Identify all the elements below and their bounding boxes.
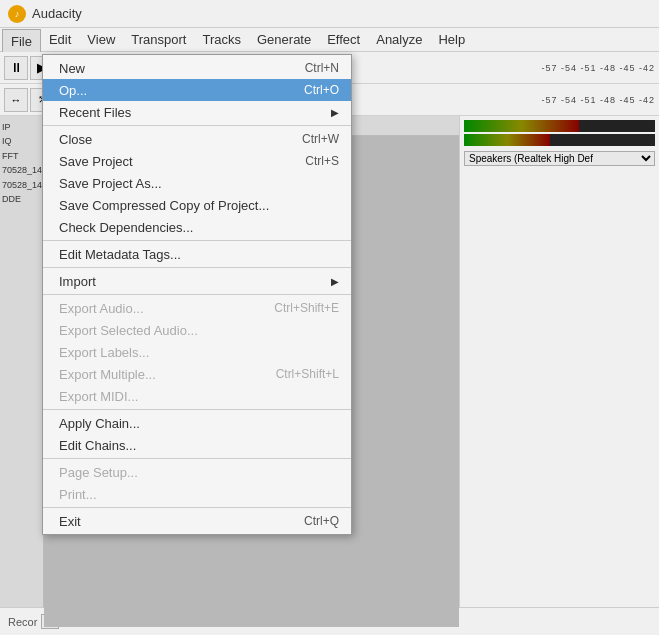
menu-item-close-shortcut: Ctrl+W [302, 132, 339, 146]
vu-meter-bottom [464, 134, 655, 146]
menu-item-open-label: Op... [59, 83, 87, 98]
title-bar: ♪ Audacity [0, 0, 659, 28]
track-label-2: 70528_14... [2, 178, 41, 192]
track-label-fft: FFT [2, 149, 41, 163]
toolbar-select2[interactable]: ↔ [4, 88, 28, 112]
track-label-dde: DDE [2, 192, 41, 206]
menu-item-exit[interactable]: Exit Ctrl+Q [43, 510, 351, 532]
menu-item-import-arrow: ▶ [331, 276, 339, 287]
menu-item-import[interactable]: Import ▶ [43, 270, 351, 292]
separator-6 [43, 458, 351, 459]
menu-item-export-labels: Export Labels... [43, 341, 351, 363]
menu-item-apply-chain-label: Apply Chain... [59, 416, 140, 431]
menu-file[interactable]: File [2, 29, 41, 52]
menu-item-edit-metadata-label: Edit Metadata Tags... [59, 247, 181, 262]
vu-meter-panel: Speakers (Realtek High Def [459, 116, 659, 607]
menu-item-print: Print... [43, 483, 351, 505]
vu-labels-top: -57 -54 -51 -48 -45 -42 [541, 63, 655, 73]
menu-effect[interactable]: Effect [319, 28, 368, 51]
menu-item-export-audio-shortcut: Ctrl+Shift+E [274, 301, 339, 315]
menu-item-new-label: New [59, 61, 85, 76]
menu-item-close[interactable]: Close Ctrl+W [43, 128, 351, 150]
menu-item-page-setup: Page Setup... [43, 461, 351, 483]
separator-1 [43, 125, 351, 126]
menu-item-save-project-label: Save Project [59, 154, 133, 169]
menu-item-check-deps[interactable]: Check Dependencies... [43, 216, 351, 238]
vu-labels-bottom: -57 -54 -51 -48 -45 -42 [541, 95, 655, 105]
menu-item-export-audio: Export Audio... Ctrl+Shift+E [43, 297, 351, 319]
menu-item-export-multiple-label: Export Multiple... [59, 367, 156, 382]
menu-item-export-audio-label: Export Audio... [59, 301, 144, 316]
menu-bar: File Edit View Transport Tracks Generate… [0, 28, 659, 52]
separator-3 [43, 267, 351, 268]
menu-item-save-compressed[interactable]: Save Compressed Copy of Project... [43, 194, 351, 216]
menu-item-edit-chains-label: Edit Chains... [59, 438, 136, 453]
separator-5 [43, 409, 351, 410]
menu-item-export-multiple-shortcut: Ctrl+Shift+L [276, 367, 339, 381]
menu-item-export-midi-label: Export MIDI... [59, 389, 138, 404]
track-label-panel: IP IQ FFT 70528_14... 70528_14... DDE [0, 116, 44, 607]
menu-item-export-labels-label: Export Labels... [59, 345, 149, 360]
menu-item-save-project[interactable]: Save Project Ctrl+S [43, 150, 351, 172]
output-device-select[interactable]: Speakers (Realtek High Def [464, 151, 655, 166]
menu-item-exit-label: Exit [59, 514, 81, 529]
menu-generate[interactable]: Generate [249, 28, 319, 51]
menu-item-open[interactable]: Op... Ctrl+O [43, 79, 351, 101]
menu-help[interactable]: Help [430, 28, 473, 51]
menu-item-open-shortcut: Ctrl+O [304, 83, 339, 97]
menu-item-print-label: Print... [59, 487, 97, 502]
title-bar-text: Audacity [32, 6, 82, 21]
separator-2 [43, 240, 351, 241]
track-label-1: 70528_14... [2, 163, 41, 177]
menu-item-apply-chain[interactable]: Apply Chain... [43, 412, 351, 434]
app-icon: ♪ [8, 5, 26, 23]
menu-item-edit-chains[interactable]: Edit Chains... [43, 434, 351, 456]
menu-item-save-project-as[interactable]: Save Project As... [43, 172, 351, 194]
menu-item-exit-shortcut: Ctrl+Q [304, 514, 339, 528]
menu-item-save-project-shortcut: Ctrl+S [305, 154, 339, 168]
menu-item-recent[interactable]: Recent Files ▶ [43, 101, 351, 123]
recor-label: Recor [8, 616, 37, 628]
dropdown-menu: New Ctrl+N Op... Ctrl+O Recent Files ▶ C… [42, 54, 352, 535]
menu-item-export-multiple: Export Multiple... Ctrl+Shift+L [43, 363, 351, 385]
track-label-iq: IQ [2, 134, 41, 148]
track-label-ip: IP [2, 120, 41, 134]
menu-tracks[interactable]: Tracks [194, 28, 249, 51]
file-menu-dropdown: New Ctrl+N Op... Ctrl+O Recent Files ▶ C… [42, 54, 352, 535]
menu-item-save-project-as-label: Save Project As... [59, 176, 162, 191]
menu-view[interactable]: View [79, 28, 123, 51]
menu-item-export-midi: Export MIDI... [43, 385, 351, 407]
menu-edit[interactable]: Edit [41, 28, 79, 51]
menu-item-new[interactable]: New Ctrl+N [43, 57, 351, 79]
vu-meter-top [464, 120, 655, 132]
separator-4 [43, 294, 351, 295]
menu-item-import-label: Import [59, 274, 96, 289]
menu-item-check-deps-label: Check Dependencies... [59, 220, 193, 235]
menu-item-recent-label: Recent Files [59, 105, 131, 120]
menu-item-export-selected-label: Export Selected Audio... [59, 323, 198, 338]
toolbar-pause[interactable]: ⏸ [4, 56, 28, 80]
separator-7 [43, 507, 351, 508]
menu-item-page-setup-label: Page Setup... [59, 465, 138, 480]
menu-item-new-shortcut: Ctrl+N [305, 61, 339, 75]
menu-analyze[interactable]: Analyze [368, 28, 430, 51]
menu-transport[interactable]: Transport [123, 28, 194, 51]
app-wrapper: ♪ Audacity File Edit View Transport Trac… [0, 0, 659, 635]
menu-item-recent-arrow: ▶ [331, 107, 339, 118]
menu-item-close-label: Close [59, 132, 92, 147]
menu-item-edit-metadata[interactable]: Edit Metadata Tags... [43, 243, 351, 265]
menu-item-save-compressed-label: Save Compressed Copy of Project... [59, 198, 269, 213]
menu-item-export-selected: Export Selected Audio... [43, 319, 351, 341]
